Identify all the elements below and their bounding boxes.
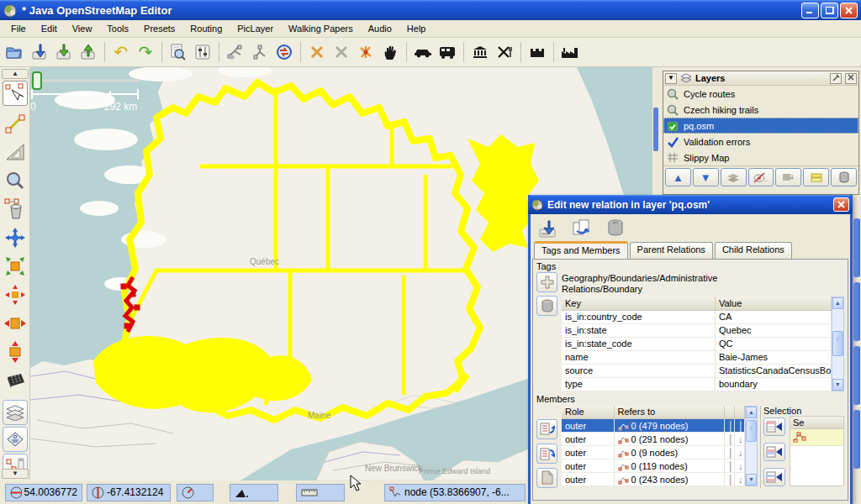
zoom-tool-button[interactable] [3, 168, 28, 193]
selection-table[interactable]: Se [790, 416, 844, 486]
map-side-scrollbar-thumb[interactable] [653, 108, 658, 151]
move-node-tool-button[interactable] [3, 282, 28, 307]
align-nodes-button[interactable] [330, 40, 353, 64]
add-selected-before-button[interactable] [763, 443, 785, 461]
align-ways-button[interactable] [305, 40, 329, 64]
redo-button[interactable]: ↷ [134, 40, 157, 64]
tab-tags-and-members[interactable]: Tags and Members [534, 241, 628, 259]
download-view-button[interactable] [166, 40, 190, 64]
layer-row-validation-errors[interactable]: Validation errors [663, 134, 858, 150]
preferences-button[interactable] [191, 40, 214, 64]
delete-relation-button[interactable] [603, 217, 628, 240]
members-table[interactable]: RoleRefers to outer 0 (479 nodes)││ oute… [562, 406, 745, 487]
tab-parent-relations[interactable]: Parent Relations [630, 242, 713, 259]
tools-scroll-down-button[interactable]: ▼ [2, 469, 29, 479]
layers-close-button[interactable] [845, 73, 857, 84]
add-tag-button[interactable] [536, 272, 557, 292]
scroll-up-arrow[interactable]: ▲ [746, 407, 757, 418]
close-button[interactable] [840, 3, 858, 18]
collapsed-panel-strip[interactable] [853, 282, 860, 341]
scale-tool-button[interactable] [3, 254, 28, 279]
bus-button[interactable] [436, 40, 459, 64]
layer-row-slippy-map[interactable]: Slippy Map [663, 150, 858, 165]
members-table-scrollbar[interactable]: ▲ ≡ ▼ [745, 406, 758, 487]
menu-tools[interactable]: Tools [99, 21, 136, 36]
scale-vertical-tool-button[interactable] [3, 339, 28, 365]
maximize-button[interactable] [821, 3, 838, 18]
merge-down-button[interactable] [775, 168, 801, 186]
layers-panel-toggle[interactable] [3, 400, 28, 425]
copy-members-button[interactable] [536, 468, 557, 488]
sticky-pin-button[interactable] [830, 73, 842, 84]
show-hide-button[interactable]: … [748, 168, 774, 186]
add-member-at-start-button[interactable] [536, 419, 557, 439]
tags-panel-toggle[interactable] [3, 427, 28, 452]
collapsed-panel-strip[interactable] [853, 410, 860, 469]
layer-down-button[interactable]: ▼ [693, 168, 719, 186]
menu-presets[interactable]: Presets [136, 21, 182, 36]
menu-walking-papers[interactable]: Walking Papers [281, 21, 361, 36]
draw-tool-button[interactable] [3, 111, 28, 136]
member-row[interactable]: outer 0 (243 nodes)│↓ [562, 473, 744, 486]
member-row[interactable]: outer 0 (291 nodes)│↓ [562, 433, 744, 446]
combine-way-button[interactable] [224, 40, 247, 64]
upload-button[interactable] [77, 40, 100, 64]
menu-edit[interactable]: Edit [34, 21, 65, 36]
scroll-down-arrow[interactable]: ▼ [832, 379, 843, 391]
add-selected-after-button[interactable] [763, 468, 785, 486]
distribute-nodes-button[interactable] [354, 40, 378, 64]
restaurant-button[interactable] [493, 40, 516, 64]
tags-table-scrollbar[interactable]: ▲ ≡ ▼ [832, 297, 844, 391]
tools-scroll-up-button[interactable]: ▲ [2, 69, 29, 79]
selection-way-cell[interactable] [790, 429, 843, 446]
undo-button[interactable]: ↶ [109, 40, 133, 64]
open-button[interactable] [3, 40, 27, 64]
tab-child-relations[interactable]: Child Relations [715, 242, 792, 259]
move-tool-button[interactable] [3, 225, 28, 250]
add-selected-at-start-button[interactable] [763, 417, 785, 436]
member-row[interactable]: outer 0 (479 nodes)││ [562, 419, 744, 433]
member-row[interactable]: outer 0 (9 nodes)│↓ [562, 446, 744, 459]
duplicate-layer-button[interactable] [803, 168, 829, 186]
scale-horizontal-tool-button[interactable] [3, 311, 28, 336]
museum-button[interactable] [468, 40, 492, 64]
layer-row-cycle-routes[interactable]: Cycle routes [663, 86, 858, 102]
dialog-close-button[interactable] [833, 197, 849, 212]
download-button[interactable] [28, 40, 51, 64]
layer-up-button[interactable]: ▲ [665, 168, 691, 186]
menu-view[interactable]: View [65, 21, 100, 36]
merge-layers-button[interactable] [721, 168, 747, 186]
angle-tool-button[interactable] [3, 139, 28, 165]
tags-table[interactable]: KeyValue is_in:country_codeCA is_in:stat… [562, 297, 832, 391]
grid-tool-button[interactable] [3, 368, 28, 393]
delete-layer-button[interactable] [831, 168, 857, 186]
duplicate-relation-button[interactable] [569, 217, 594, 240]
magnifier-icon [5, 171, 25, 191]
castle-button[interactable] [526, 40, 549, 64]
delete-tag-button[interactable] [536, 296, 557, 316]
add-member-at-end-button[interactable] [536, 444, 557, 464]
menu-help[interactable]: Help [399, 21, 434, 36]
factory-button[interactable] [558, 40, 582, 64]
apply-download-button[interactable] [536, 217, 561, 240]
layers-menu-button[interactable]: ▼ [665, 73, 677, 84]
car-button[interactable] [411, 40, 435, 64]
menu-audio[interactable]: Audio [361, 21, 399, 36]
hand-button[interactable] [378, 40, 402, 64]
save-button[interactable] [52, 40, 76, 64]
collapsed-panel-strip[interactable] [853, 218, 860, 277]
menu-piclayer[interactable]: PicLayer [230, 21, 281, 36]
delete-tool-button[interactable] [3, 197, 28, 222]
minimize-button[interactable] [801, 3, 819, 18]
synchronize-button[interactable] [272, 40, 296, 64]
scroll-down-arrow[interactable]: ▼ [746, 474, 757, 486]
merge-nodes-button[interactable] [248, 40, 272, 64]
layer-row-pq-osm[interactable]: pq.osm [663, 118, 858, 134]
collapsed-panel-strip[interactable] [853, 346, 860, 405]
member-row[interactable]: outer 0 (119 nodes)│↓ [562, 459, 744, 473]
menu-file[interactable]: File [3, 21, 34, 36]
scroll-up-arrow[interactable]: ▲ [832, 297, 843, 309]
menu-routing[interactable]: Routing [182, 21, 230, 36]
layer-row-czech-hiking[interactable]: Czech hiking trails [663, 102, 858, 118]
select-tool-button[interactable] [3, 81, 28, 106]
